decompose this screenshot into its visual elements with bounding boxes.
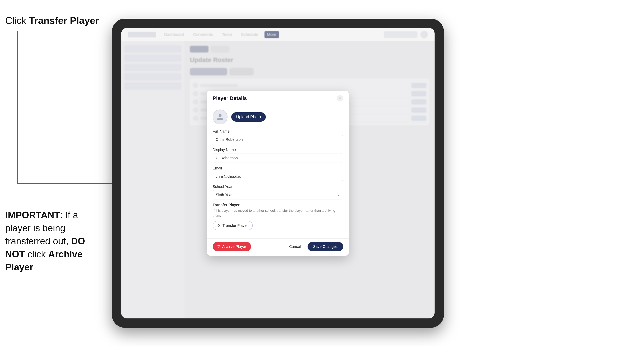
save-changes-button[interactable]: Save Changes [308,242,343,251]
cancel-button[interactable]: Cancel [286,242,304,251]
close-button[interactable]: × [337,95,343,102]
email-input[interactable] [212,172,343,181]
dialog-header: Player Details × [207,91,349,105]
tablet-device: Dashboard Comments Team Schedule More [112,19,444,328]
school-year-group: School Year Sixth Year First Year Second… [212,184,343,199]
email-label: Email [212,166,343,171]
dialog-body: Upload Photo Full Name Display Name [207,105,349,238]
instruction-prefix: Click [5,15,29,26]
avatar-placeholder [212,110,228,124]
display-name-input[interactable] [212,153,343,163]
email-group: Email [212,166,343,181]
instruction-bottom: IMPORTANT: If a player is being transfer… [5,208,106,274]
school-year-select[interactable]: Sixth Year First Year Second Year Third … [212,190,343,199]
close-icon: × [339,96,341,100]
archive-player-button[interactable]: ▽ Archive Player [212,242,251,251]
display-name-group: Display Name [212,148,343,163]
tablet-screen: Dashboard Comments Team Schedule More [121,28,434,319]
school-year-label: School Year [212,184,343,189]
instruction-top: Click Transfer Player [5,15,99,26]
upload-photo-button[interactable]: Upload Photo [231,112,266,122]
player-details-dialog: Player Details × Upload Photo [207,91,349,256]
person-icon [216,113,224,121]
transfer-player-button[interactable]: ⟳ Transfer Player [212,221,253,230]
full-name-label: Full Name [212,129,343,134]
full-name-group: Full Name [212,129,343,144]
photo-row: Upload Photo [212,110,343,124]
archive-icon: ▽ [218,244,220,249]
arrow-vertical [17,31,18,184]
transfer-description: If this player has moved to another scho… [212,208,343,218]
transfer-icon: ⟳ [218,223,221,228]
archive-player-label: Archive Player [222,244,246,249]
full-name-input[interactable] [212,135,343,144]
dialog-footer: ▽ Archive Player Cancel Save Changes [207,238,349,256]
transfer-player-label: Transfer Player [222,223,248,228]
display-name-label: Display Name [212,148,343,152]
transfer-section: Transfer Player If this player has moved… [212,203,343,230]
school-year-select-wrapper: Sixth Year First Year Second Year Third … [212,190,343,199]
instruction-important: IMPORTANT [5,210,60,220]
instruction-highlight: Transfer Player [29,15,99,26]
transfer-section-label: Transfer Player [212,203,343,207]
instruction-text4: click [25,249,48,259]
dialog-title: Player Details [212,95,247,101]
dialog-overlay: Player Details × Upload Photo [121,28,434,319]
